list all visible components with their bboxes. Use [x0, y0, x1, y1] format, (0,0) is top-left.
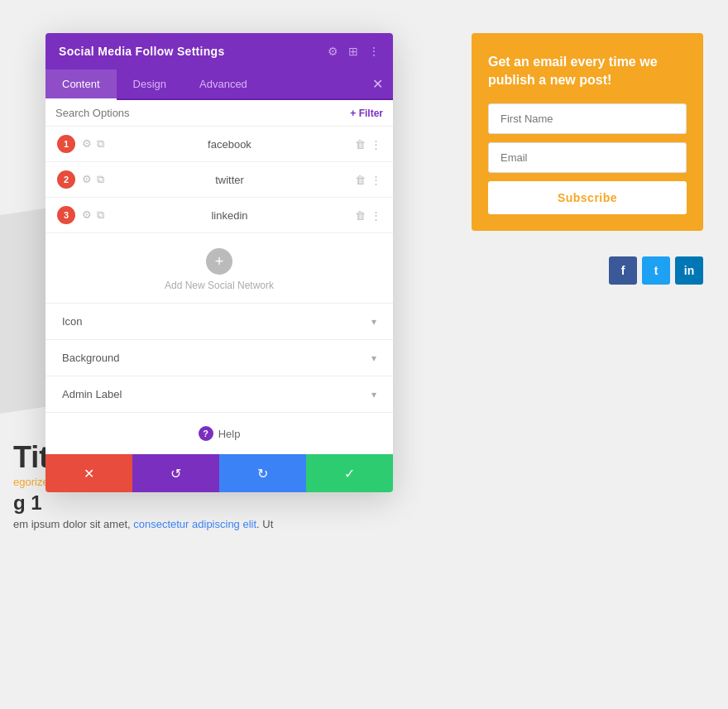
- panel-title: Social Media Follow Settings: [59, 45, 225, 58]
- more-icon[interactable]: ⋮: [368, 45, 380, 58]
- accordion-icon-label: Icon: [62, 315, 83, 328]
- close-panel-button[interactable]: ✕: [372, 69, 393, 98]
- network-actions-3: 🗑 ⋮: [355, 209, 381, 222]
- panel-header: Social Media Follow Settings ⚙ ⊞ ⋮: [46, 33, 393, 69]
- twitter-social-icon-btn[interactable]: t: [642, 256, 670, 285]
- email-input[interactable]: [488, 142, 687, 173]
- accordion-background: Background ▾: [46, 340, 393, 376]
- page-lorem: em ipsum dolor sit amet, consectetur adi…: [13, 518, 273, 530]
- more-icon-3[interactable]: ⋮: [371, 209, 381, 222]
- network-name-twitter: twitter: [111, 174, 348, 186]
- delete-icon-1[interactable]: 🗑: [355, 138, 366, 151]
- undo-button[interactable]: ↺: [132, 454, 219, 492]
- tab-content[interactable]: Content: [46, 69, 117, 100]
- search-options-input[interactable]: [55, 107, 350, 119]
- accordion-background-header[interactable]: Background ▾: [46, 340, 393, 376]
- page-heading: g 1: [13, 491, 273, 515]
- network-item-controls-2: ⚙ ⧉: [82, 173, 104, 186]
- network-actions-2: 🗑 ⋮: [355, 174, 381, 186]
- add-network-label: Add New Social Network: [165, 280, 274, 291]
- add-network-section: + Add New Social Network: [46, 233, 393, 304]
- chevron-down-icon-icon: ▾: [371, 316, 376, 328]
- network-badge-2: 2: [57, 170, 75, 189]
- network-actions-1: 🗑 ⋮: [355, 138, 381, 151]
- delete-icon-3[interactable]: 🗑: [355, 209, 366, 222]
- gear-icon-3[interactable]: ⚙: [82, 208, 92, 222]
- chevron-down-icon-admin: ▾: [371, 389, 376, 400]
- help-section[interactable]: ? Help: [46, 413, 393, 454]
- panel-search-bar: + Filter: [46, 100, 393, 127]
- copy-icon-2[interactable]: ⧉: [97, 173, 104, 186]
- network-badge-3: 3: [57, 206, 75, 224]
- first-name-input[interactable]: [488, 103, 687, 134]
- gear-icon-1[interactable]: ⚙: [82, 137, 92, 151]
- panel-body: + Filter 1 ⚙ ⧉ facebook 🗑 ⋮: [46, 100, 393, 454]
- more-icon-1[interactable]: ⋮: [371, 138, 381, 151]
- save-button[interactable]: ✓: [306, 454, 393, 492]
- network-badge-1: 1: [57, 135, 75, 153]
- tab-advanced[interactable]: Advanced: [183, 69, 264, 100]
- network-item-linkedin: 3 ⚙ ⧉ linkedin 🗑 ⋮: [46, 198, 393, 233]
- redo-button[interactable]: ↻: [219, 454, 306, 492]
- network-item-controls-1: ⚙ ⧉: [82, 137, 104, 151]
- accordion-admin-label: Admin Label ▾: [46, 376, 393, 413]
- add-network-button[interactable]: +: [206, 248, 232, 275]
- network-item-facebook: 1 ⚙ ⧉ facebook 🗑 ⋮: [46, 127, 393, 162]
- help-label: Help: [218, 428, 241, 440]
- subscribe-button[interactable]: Subscribe: [488, 181, 687, 214]
- panel-tabs: Content Design Advanced ✕: [46, 69, 393, 100]
- accordion-icon: Icon ▾: [46, 304, 393, 340]
- copy-icon-1[interactable]: ⧉: [97, 137, 104, 151]
- tab-design[interactable]: Design: [117, 69, 183, 100]
- network-item-twitter: 2 ⚙ ⧉ twitter 🗑 ⋮: [46, 162, 393, 198]
- subscribe-widget: Get an email every time we publish a new…: [472, 33, 703, 231]
- facebook-social-icon-btn[interactable]: f: [609, 256, 637, 285]
- chevron-down-icon-background: ▾: [371, 352, 376, 364]
- panel-action-bar: ✕ ↺ ↻ ✓: [46, 454, 393, 492]
- gear-icon-2[interactable]: ⚙: [82, 173, 92, 186]
- panel-header-icons: ⚙ ⊞ ⋮: [328, 45, 380, 58]
- accordion-admin-label-label: Admin Label: [62, 388, 122, 400]
- cancel-button[interactable]: ✕: [46, 454, 132, 492]
- copy-icon-3[interactable]: ⧉: [97, 208, 104, 222]
- settings-panel: Social Media Follow Settings ⚙ ⊞ ⋮ Conte…: [46, 33, 393, 492]
- linkedin-social-icon-btn[interactable]: in: [675, 256, 703, 285]
- network-name-linkedin: linkedin: [111, 209, 348, 222]
- page-category-link[interactable]: egorize: [13, 476, 49, 488]
- social-icons-row: f t in: [609, 256, 703, 285]
- network-item-controls-3: ⚙ ⧉: [82, 208, 104, 222]
- more-icon-2[interactable]: ⋮: [371, 174, 381, 186]
- network-list: 1 ⚙ ⧉ facebook 🗑 ⋮ 2 ⚙ ⧉: [46, 127, 393, 233]
- expand-icon[interactable]: ⊞: [348, 45, 358, 58]
- delete-icon-2[interactable]: 🗑: [355, 174, 366, 186]
- accordion-background-label: Background: [62, 352, 119, 364]
- lorem-link[interactable]: consectetur adipiscing elit: [133, 518, 256, 530]
- accordion-admin-label-header[interactable]: Admin Label ▾: [46, 376, 393, 412]
- settings-icon[interactable]: ⚙: [328, 45, 338, 58]
- filter-button[interactable]: + Filter: [350, 108, 383, 119]
- network-name-facebook: facebook: [111, 138, 348, 151]
- subscribe-heading: Get an email every time we publish a new…: [488, 53, 687, 90]
- help-icon: ?: [199, 426, 213, 441]
- accordion-icon-header[interactable]: Icon ▾: [46, 304, 393, 339]
